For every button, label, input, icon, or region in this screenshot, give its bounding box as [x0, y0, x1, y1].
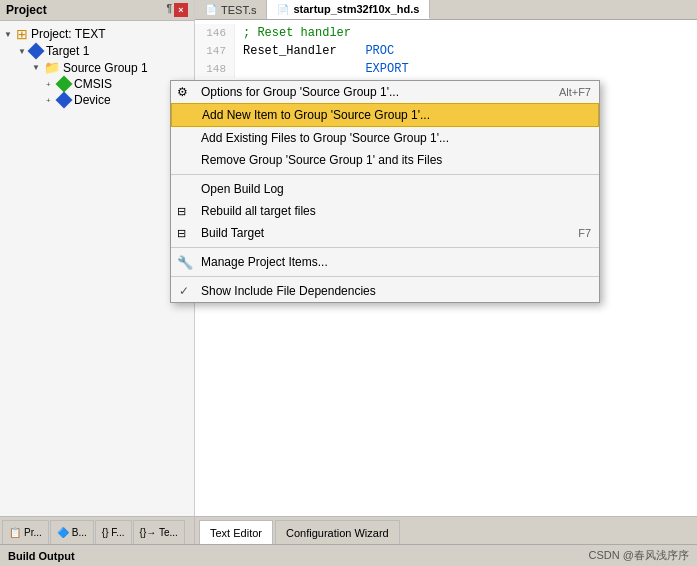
tab-config-wizard[interactable]: Configuration Wizard [275, 520, 400, 544]
menu-item-add-new[interactable]: Add New Item to Group 'Source Group 1'..… [171, 103, 599, 127]
menu-item-open-build-log-label: Open Build Log [201, 182, 284, 196]
source-expand-icon: ▼ [32, 63, 42, 72]
project-tree: ▼ ⊞ Project: TEXT ▼ Target 1 ▼ 📁 Source … [0, 21, 194, 516]
menu-item-add-existing-label: Add Existing Files to Group 'Source Grou… [201, 131, 449, 145]
menu-item-build-label: Build Target [201, 226, 264, 240]
tab-b-label: B... [72, 527, 87, 538]
cmsis-expand-icon: + [46, 80, 56, 89]
bottom-section: 📋 Pr... 🔷 B... {} F... {}→ Te... Text Ed… [0, 516, 697, 566]
source-group-label: Source Group 1 [63, 61, 148, 75]
menu-item-remove-group-label: Remove Group 'Source Group 1' and its Fi… [201, 153, 442, 167]
status-left: Build Output [8, 550, 75, 562]
target-expand-icon: ▼ [18, 47, 28, 56]
project-panel: Project ¶ × ▼ ⊞ Project: TEXT ▼ [0, 0, 195, 516]
menu-item-manage[interactable]: 🔧 Manage Project Items... [171, 251, 599, 273]
project-label: Project: TEXT [31, 27, 105, 41]
menu-item-manage-label: Manage Project Items... [201, 255, 328, 269]
manage-icon: 🔧 [177, 255, 193, 270]
code-text-146: ; Reset handler [235, 24, 351, 42]
tab-startup-label: startup_stm32f10x_hd.s [293, 3, 419, 15]
menu-item-options[interactable]: ⚙ Options for Group 'Source Group 1'... … [171, 81, 599, 103]
menu-item-build[interactable]: ⊟ Build Target F7 [171, 222, 599, 244]
tab-startup[interactable]: 📄 startup_stm32f10x_hd.s [267, 0, 430, 19]
menu-item-build-shortcut: F7 [578, 227, 591, 239]
tab-f[interactable]: {} F... [95, 520, 132, 544]
rebuild-icon: ⊟ [177, 205, 186, 218]
build-icon: ⊟ [177, 227, 186, 240]
tab-text-editor[interactable]: Text Editor [199, 520, 273, 544]
menu-item-remove-group[interactable]: Remove Group 'Source Group 1' and its Fi… [171, 149, 599, 171]
checkbox-icon: ✓ [179, 284, 189, 298]
target-label: Target 1 [46, 44, 89, 58]
tree-item-device[interactable]: + Device [0, 92, 194, 108]
tab-pr[interactable]: 📋 Pr... [2, 520, 49, 544]
tab-text-editor-label: Text Editor [210, 527, 262, 539]
panel-title: Project [6, 3, 47, 17]
close-panel-button[interactable]: × [174, 3, 188, 17]
panel-header-left: Project [6, 3, 47, 17]
line-number-147: 147 [195, 42, 235, 60]
tree-item-cmsis[interactable]: + CMSIS [0, 76, 194, 92]
device-expand-icon: + [46, 96, 56, 105]
tab-te-label: {}→ Te... [140, 527, 178, 538]
device-icon [56, 92, 73, 109]
tab-config-wizard-label: Configuration Wizard [286, 527, 389, 539]
menu-item-options-label: Options for Group 'Source Group 1'... [201, 85, 399, 99]
tab-bar: 📄 TEST.s 📄 startup_stm32f10x_hd.s [195, 0, 697, 20]
options-icon: ⚙ [177, 85, 188, 99]
tab-startup-icon: 📄 [277, 4, 289, 15]
menu-item-options-shortcut: Alt+F7 [559, 86, 591, 98]
code-line-147: 147 Reset_Handler PROC [195, 42, 697, 60]
tab-b[interactable]: 🔷 B... [50, 520, 94, 544]
left-tabs: 📋 Pr... 🔷 B... {} F... {}→ Te... [0, 517, 195, 544]
menu-separator-1 [171, 174, 599, 175]
menu-item-rebuild[interactable]: ⊟ Rebuild all target files [171, 200, 599, 222]
target-icon [28, 43, 45, 60]
code-text-148: EXPORT [235, 60, 409, 78]
tab-test-s[interactable]: 📄 TEST.s [195, 0, 267, 19]
expand-icon: ▼ [4, 30, 14, 39]
tree-item-project[interactable]: ▼ ⊞ Project: TEXT [0, 25, 194, 43]
bottom-tab-row: 📋 Pr... 🔷 B... {} F... {}→ Te... Text Ed… [0, 516, 697, 544]
tab-test-icon: 📄 [205, 4, 217, 15]
menu-item-show-include[interactable]: ✓ Show Include File Dependencies [171, 280, 599, 302]
cmsis-icon [56, 76, 73, 93]
tab-pr-label: Pr... [24, 527, 42, 538]
panel-header: Project ¶ × [0, 0, 194, 21]
tab-f-label: {} F... [102, 527, 125, 538]
code-line-146: 146 ; Reset handler [195, 24, 697, 42]
cmsis-label: CMSIS [74, 77, 112, 91]
tab-te[interactable]: {}→ Te... [133, 520, 185, 544]
line-number-146: 146 [195, 24, 235, 42]
menu-separator-3 [171, 276, 599, 277]
device-label: Device [74, 93, 111, 107]
project-icon: ⊞ [16, 26, 28, 42]
main-container: Project ¶ × ▼ ⊞ Project: TEXT ▼ [0, 0, 697, 566]
panel-icons: ¶ × [166, 3, 188, 17]
menu-item-add-new-label: Add New Item to Group 'Source Group 1'..… [202, 108, 430, 122]
status-bar: Build Output CSDN @春风浅序序 [0, 544, 697, 566]
tree-item-target[interactable]: ▼ Target 1 [0, 43, 194, 59]
folder-icon: 📁 [44, 60, 60, 75]
tree-item-source-group[interactable]: ▼ 📁 Source Group 1 [0, 59, 194, 76]
tab-test-label: TEST.s [221, 4, 256, 16]
menu-item-open-build-log[interactable]: Open Build Log [171, 178, 599, 200]
menu-item-add-existing[interactable]: Add Existing Files to Group 'Source Grou… [171, 127, 599, 149]
line-number-148: 148 [195, 60, 235, 78]
code-text-147: Reset_Handler PROC [235, 42, 394, 60]
menu-item-show-include-label: Show Include File Dependencies [201, 284, 376, 298]
pin-icon[interactable]: ¶ [166, 3, 172, 17]
right-tabs: Text Editor Configuration Wizard [195, 517, 697, 544]
context-menu: ⚙ Options for Group 'Source Group 1'... … [170, 80, 600, 303]
status-right: CSDN @春风浅序序 [589, 548, 689, 563]
b-icon: 🔷 [57, 527, 69, 538]
code-line-148: 148 EXPORT [195, 60, 697, 78]
pr-icon: 📋 [9, 527, 21, 538]
menu-separator-2 [171, 247, 599, 248]
menu-item-rebuild-label: Rebuild all target files [201, 204, 316, 218]
